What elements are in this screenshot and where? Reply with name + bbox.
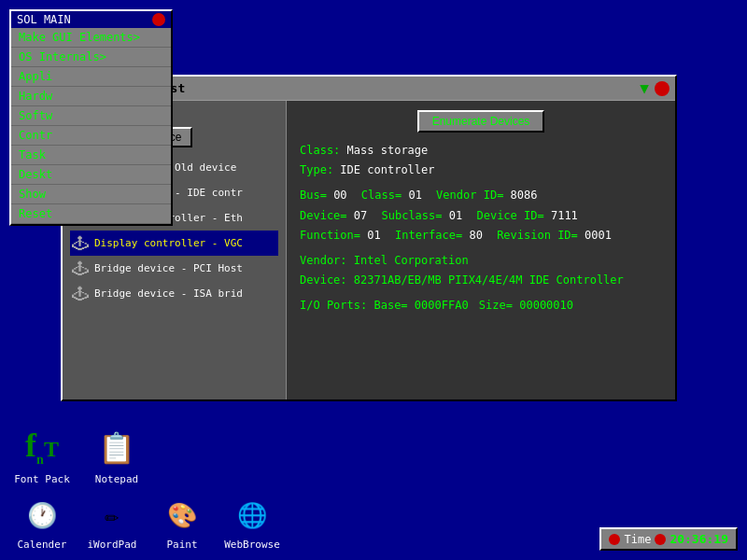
notepad-icon[interactable]: 📋 Notepad	[84, 425, 149, 485]
menu-make-gui[interactable]: Make GUI Elements>	[11, 28, 171, 48]
webbrowse-label: WebBrowse	[224, 539, 280, 551]
paint-label: Paint	[166, 539, 197, 551]
menu-os-internals[interactable]: OS Internals>	[11, 48, 171, 67]
sol-main-titlebar: SOL MAIN	[11, 11, 171, 28]
menu-appli[interactable]: Appli	[11, 67, 171, 87]
class-label: Class:	[300, 144, 340, 157]
font-pack-icon[interactable]: fnT Font Pack	[9, 425, 75, 485]
vendor-id-label: Vendor ID=	[436, 189, 503, 202]
type-row: Type: IDE controller	[300, 161, 662, 179]
clock-time-display: 20:36:19	[669, 532, 728, 546]
webbrowse-icon[interactable]: 🌐 WebBrowse	[219, 492, 285, 551]
menu-hardware[interactable]: Hardw	[11, 87, 171, 106]
device-desc-value: 82371AB/EB/MB PIIX4/4E/4M IDE Controller	[354, 273, 624, 287]
menu-desktop[interactable]: Deskt	[11, 165, 171, 185]
device-row: Device= 07 Subclass= 01 Device ID= 7111	[300, 207, 662, 225]
list-item[interactable]: 🕹 Bridge device - ISA brid	[70, 281, 278, 306]
type-value: IDE controller	[340, 163, 434, 176]
enumerate-devices-button[interactable]: Enumerate Devices	[417, 110, 545, 133]
gamepad-icon-5: 🕹	[72, 284, 89, 303]
font-pack-icon-img: fnT	[19, 425, 65, 471]
interface-value: 80	[469, 229, 482, 242]
scroll-icon: ▼	[640, 79, 649, 97]
device-id-label: Device ID=	[476, 209, 543, 222]
device-desc-row: Device: 82371AB/EB/MB PIIX4/4E/4M IDE Co…	[300, 272, 662, 289]
class2-value: 01	[408, 189, 421, 202]
notepad-icon-img: 📋	[93, 425, 140, 471]
iwordpad-label: iWordPad	[88, 539, 137, 551]
calender-icon-img: 🕐	[19, 492, 65, 539]
io-size-label: Size=	[479, 299, 513, 312]
device-desc-label: Device:	[300, 273, 347, 287]
list-item-active[interactable]: 🕹 Display controller - VGC	[70, 231, 278, 256]
device-id-value: 7111	[551, 209, 578, 222]
revision-label: Revision ID=	[497, 229, 578, 242]
menu-reset[interactable]: Reset	[11, 204, 171, 224]
iwordpad-icon-img: ✏️	[89, 492, 135, 539]
class-value: Mass storage	[347, 144, 429, 157]
clock-right-dot	[655, 534, 666, 545]
clock-left-dot	[609, 534, 620, 545]
paint-icon-img: 🎨	[159, 492, 205, 539]
font-pack-label: Font Pack	[14, 473, 70, 485]
interface-label: Interface=	[395, 229, 462, 242]
bus-row: Bus= 00 Class= 01 Vendor ID= 8086	[300, 187, 662, 204]
sol-main-close-button[interactable]	[152, 13, 165, 26]
device-num-value: 07	[354, 209, 367, 222]
menu-task[interactable]: Task	[11, 146, 171, 165]
paint-icon[interactable]: 🎨 Paint	[149, 492, 215, 551]
io-base-value: 0000FFA0	[415, 299, 469, 312]
bus-label: Bus=	[300, 189, 327, 202]
menu-control[interactable]: Contr	[11, 126, 171, 146]
gamepad-icon-3: 🕹	[72, 233, 89, 253]
sol-main-window: SOL MAIN Make GUI Elements> OS Internals…	[9, 9, 173, 226]
menu-software[interactable]: Softw	[11, 106, 171, 126]
sol-main-title: SOL MAIN	[17, 13, 71, 26]
calender-label: Calender	[18, 539, 67, 551]
bus-value: 00	[333, 189, 346, 202]
calender-icon[interactable]: 🕐 Calender	[9, 492, 75, 551]
list-item[interactable]: 🕹 Bridge device - PCI Host	[70, 256, 278, 281]
io-size-value: 00000010	[519, 299, 573, 312]
function-label: Function=	[300, 229, 360, 242]
function-value: 01	[367, 229, 380, 242]
bottom-icons: 🕐 Calender ✏️ iWordPad 🎨 Paint 🌐 WebBrow…	[9, 492, 285, 551]
vendor-id-value: 8086	[511, 189, 538, 202]
type-label: Type:	[300, 163, 333, 176]
device-num-label: Device=	[300, 209, 347, 222]
class-row: Class: Mass storage	[300, 142, 662, 160]
subclass-value: 01	[449, 209, 462, 222]
taskbar-clock: Time 20:36:19	[599, 527, 738, 551]
io-row: I/O Ports: Base= 0000FFA0 Size= 00000010	[300, 297, 662, 315]
webbrowse-icon-img: 🌐	[229, 492, 275, 539]
vendor-name-value: Intel Corporation	[354, 254, 469, 267]
iwordpad-icon[interactable]: ✏️ iWordPad	[79, 492, 145, 551]
io-label: I/O Ports: Base=	[300, 299, 408, 312]
pci-titlebar-controls: ▼	[640, 79, 669, 97]
vendor-name-label: Vendor:	[300, 254, 347, 267]
menu-show[interactable]: Show	[11, 185, 171, 204]
pci-close-button[interactable]	[655, 81, 669, 96]
subclass-label: Subclass=	[382, 209, 443, 222]
vendor-row: Vendor: Intel Corporation	[300, 252, 662, 270]
function-row: Function= 01 Interface= 80 Revision ID= …	[300, 227, 662, 245]
gamepad-icon-4: 🕹	[72, 259, 89, 278]
revision-value: 0001	[585, 229, 612, 242]
notepad-label: Notepad	[95, 473, 138, 485]
pci-right-panel: Enumerate Devices Class: Mass storage Ty…	[287, 101, 675, 399]
clock-label-text: Time	[624, 533, 651, 546]
enumerate-btn-row: Enumerate Devices	[300, 110, 662, 133]
class2-label: Class=	[361, 189, 402, 202]
desktop-icons: fnT Font Pack 📋 Notepad	[9, 425, 149, 485]
